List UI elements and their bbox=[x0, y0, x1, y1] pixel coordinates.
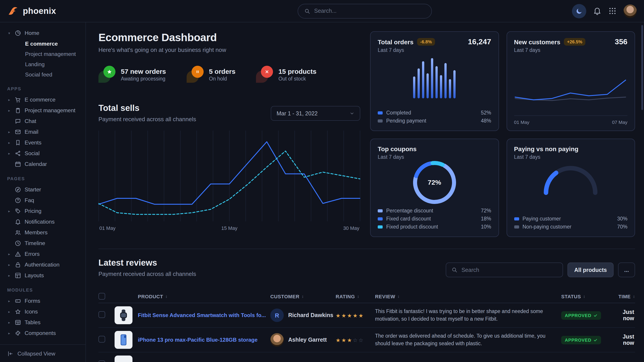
apps-menu-button[interactable] bbox=[608, 7, 617, 15]
more-options-button[interactable]: ... bbox=[618, 263, 635, 277]
total-sells-x-axis: 01 May 15 May 30 May bbox=[98, 225, 360, 231]
sidebar-subitem-social-feed[interactable]: Social feed bbox=[4, 69, 81, 80]
notifications-button[interactable] bbox=[593, 7, 602, 15]
user-avatar[interactable] bbox=[624, 4, 637, 18]
sidebar-subitem-project-management[interactable]: Project management bbox=[4, 49, 81, 59]
change-badge: +26.5% bbox=[564, 38, 585, 46]
sidebar-item-social[interactable]: ▸Social bbox=[4, 148, 81, 159]
sidebar-item-label: Home bbox=[24, 30, 40, 36]
sidebar-item-timeline[interactable]: Timeline bbox=[4, 238, 81, 249]
coupons-legend: Percentage discount72%Fixed card discoun… bbox=[378, 207, 491, 231]
customer-avatar[interactable] bbox=[270, 333, 284, 347]
reviews-search-input[interactable] bbox=[462, 267, 557, 273]
theme-toggle-button[interactable] bbox=[572, 4, 586, 18]
customer-name: Richard Dawkins bbox=[288, 312, 333, 318]
sidebar-item-email[interactable]: ▸Email bbox=[4, 127, 81, 137]
sidebar-section-modules: MODULES bbox=[7, 288, 78, 293]
search-icon bbox=[452, 267, 458, 273]
sidebar-item-label: Starter bbox=[24, 186, 41, 193]
table-header-row: PRODUCT↕CUSTOMER↕RATING↕REVIEW↕STATUS↕TI… bbox=[98, 290, 635, 303]
caret-right-icon: ▸ bbox=[7, 274, 11, 278]
column-header-customer[interactable]: CUSTOMER↕ bbox=[270, 294, 336, 299]
sidebar-item-calendar[interactable]: Calendar bbox=[4, 159, 81, 169]
sidebar-item-authentication[interactable]: ▸Authentication bbox=[4, 259, 81, 270]
product-link[interactable]: iPhone 13 pro max-Pacific Blue-128GB sto… bbox=[138, 337, 270, 343]
global-search[interactable] bbox=[298, 3, 432, 18]
layout-icon bbox=[15, 272, 21, 279]
sidebar-item-label: Calendar bbox=[24, 161, 47, 167]
date-range-select[interactable]: Mar 1 - 31, 2022 bbox=[271, 106, 360, 121]
scrollbar[interactable] bbox=[641, 25, 643, 110]
row-checkbox[interactable] bbox=[98, 360, 105, 362]
legend-value: 48% bbox=[481, 118, 491, 123]
sidebar-item-faq[interactable]: Faq bbox=[4, 195, 81, 206]
collapsed-view-toggle[interactable]: Collapsed View bbox=[0, 344, 86, 362]
donut-center-label: 72% bbox=[428, 178, 441, 186]
select-all-checkbox[interactable] bbox=[98, 293, 105, 300]
all-products-button[interactable]: All products bbox=[568, 263, 614, 277]
bell-icon bbox=[15, 219, 21, 225]
search-input[interactable] bbox=[314, 8, 425, 14]
legend-dot bbox=[378, 119, 383, 122]
rating-cell: ★★★☆☆ bbox=[336, 336, 375, 344]
row-checkbox[interactable] bbox=[98, 311, 105, 318]
card-caption: Last 7 days bbox=[378, 47, 435, 53]
reviews-search[interactable] bbox=[446, 263, 563, 277]
dashboard-left-column: Ecommerce Dashboard Here's what's going … bbox=[98, 31, 360, 237]
legend-dot bbox=[514, 225, 519, 228]
product-link[interactable]: Fitbit Sense Advanced Smartwatch with To… bbox=[138, 312, 270, 318]
reviews-subtitle: Payment received across all channels bbox=[98, 271, 196, 277]
review-row: Fitbit Sense Advanced Smartwatch with To… bbox=[98, 303, 635, 328]
sidebar-item-tables[interactable]: ▸Tables bbox=[4, 317, 81, 328]
product-image-cell bbox=[114, 331, 138, 349]
brand[interactable]: phoenix bbox=[7, 5, 56, 17]
sidebar-item-notifications[interactable]: Notifications bbox=[4, 216, 81, 227]
legend-item-paying-customer: Paying customer30% bbox=[514, 215, 628, 223]
page-title: Ecommerce Dashboard bbox=[98, 31, 360, 44]
customers-line-chart bbox=[514, 53, 628, 115]
customer-avatar[interactable]: R bbox=[270, 309, 284, 322]
sidebar-item-starter[interactable]: Starter bbox=[4, 184, 81, 195]
x-label: 30 May bbox=[343, 225, 359, 231]
column-header-status[interactable]: STATUS↕ bbox=[561, 294, 615, 299]
sidebar-item-forms[interactable]: ▸Forms bbox=[4, 296, 81, 306]
column-header-rating[interactable]: RATING↕ bbox=[336, 294, 375, 299]
date-range-value: Mar 1 - 31, 2022 bbox=[276, 110, 318, 116]
sidebar-item-icons[interactable]: ▸Icons bbox=[4, 306, 81, 317]
sidebar-item-chat[interactable]: Chat bbox=[4, 116, 81, 127]
sidebar-section-pages: PAGES bbox=[7, 176, 78, 181]
product-image[interactable] bbox=[114, 331, 132, 349]
page-subtitle: Here's what's going on at your business … bbox=[98, 46, 360, 53]
top-navbar: phoenix bbox=[0, 0, 644, 22]
status-cell: APPROVED bbox=[561, 311, 615, 320]
sidebar-item-project-management[interactable]: ▸Project management bbox=[4, 105, 81, 116]
column-header-review[interactable]: REVIEW↕ bbox=[375, 294, 561, 299]
sidebar-item-home[interactable]: ▾Home bbox=[4, 28, 81, 38]
sidebar-item-label: Project management bbox=[24, 107, 76, 114]
column-label: TIME bbox=[618, 294, 630, 299]
sidebar-subitem-landing[interactable]: Landing bbox=[4, 59, 81, 69]
compass-icon bbox=[15, 186, 21, 193]
change-badge: -6.8% bbox=[417, 38, 435, 46]
stat-out-of-stock: 15 productsOut of stock bbox=[256, 66, 316, 83]
row-checkbox[interactable] bbox=[98, 336, 105, 342]
sort-icon: ↕ bbox=[357, 294, 359, 299]
legend-value: 72% bbox=[481, 208, 491, 213]
sidebar-item-members[interactable]: Members bbox=[4, 227, 81, 238]
sidebar-item-components[interactable]: ▸Components bbox=[4, 328, 81, 339]
sidebar-item-layouts[interactable]: ▸Layouts bbox=[4, 270, 81, 281]
sidebar-subitem-e-commerce[interactable]: E commerce bbox=[4, 38, 81, 49]
column-header-time[interactable]: TIME↕ bbox=[615, 294, 635, 299]
sidebar-item-label: E commerce bbox=[24, 97, 56, 103]
caret-right-icon: ▸ bbox=[7, 130, 11, 134]
sidebar-item-e-commerce[interactable]: ▸E commerce bbox=[4, 94, 81, 105]
review-cell: The order was delivered ahead of schedul… bbox=[375, 332, 561, 348]
column-header-product[interactable]: PRODUCT↕ bbox=[138, 294, 270, 299]
checkbox-cell bbox=[98, 336, 114, 344]
product-image[interactable] bbox=[114, 356, 132, 362]
sidebar-item-events[interactable]: ▸Events bbox=[4, 137, 81, 148]
sidebar-item-errors[interactable]: ▸Errors bbox=[4, 249, 81, 259]
legend-value: 52% bbox=[481, 110, 491, 115]
sidebar-item-pricing[interactable]: ▸Pricing bbox=[4, 206, 81, 216]
product-image[interactable] bbox=[114, 306, 132, 324]
